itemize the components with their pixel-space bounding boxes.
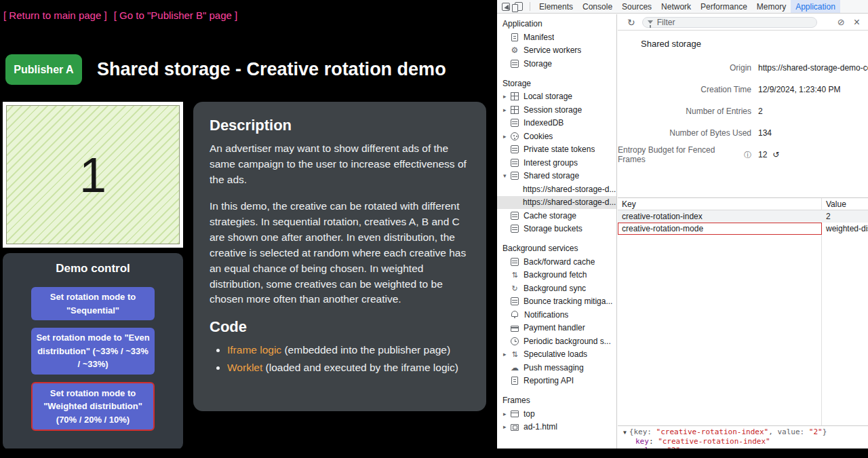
sidebar-item-cache-storage[interactable]: Cache storage: [497, 209, 616, 223]
sidebar-item-bounce-tracking[interactable]: Bounce tracking mitiga...: [497, 295, 616, 309]
main-toolbar: Filter: [618, 14, 868, 31]
tab-network[interactable]: Network: [656, 0, 696, 13]
code-heading: Code: [210, 318, 470, 336]
table-header: Key Value: [618, 198, 868, 210]
meta-row-origin: Origin https://shared-storage-demo-co: [618, 57, 868, 79]
sidebar-item-reporting-api[interactable]: Reporting API: [497, 375, 616, 388]
sidebar-item-shared-storage[interactable]: Shared storage: [497, 170, 616, 183]
database-icon: [511, 159, 519, 167]
bullet-text: (embedded into the publisher page): [281, 344, 450, 356]
close-icon[interactable]: [854, 16, 860, 28]
chevron-right-icon[interactable]: [503, 423, 511, 430]
section-background-services: Background services: [497, 242, 616, 255]
chevron-right-icon[interactable]: [503, 411, 511, 417]
sidebar-item-session-storage[interactable]: Session storage: [497, 103, 616, 117]
devtools-tabs: Elements Console Sources Network Perform…: [534, 0, 840, 13]
worklet-link[interactable]: Worklet: [227, 362, 262, 373]
sidebar-item-service-workers[interactable]: Service workers: [497, 44, 616, 58]
chevron-right-icon[interactable]: [503, 107, 511, 113]
description-heading: Description: [210, 117, 470, 134]
ad-creative-frame: 1: [3, 102, 183, 248]
expand-triangle-icon[interactable]: [623, 428, 627, 437]
document-icon: [511, 33, 518, 41]
column-header-value[interactable]: Value: [821, 199, 868, 209]
set-sequential-button[interactable]: Set rotation mode to "Sequential": [31, 287, 155, 320]
cookie-icon: [511, 132, 519, 140]
sidebar-item-back-forward-cache[interactable]: Back/forward cache: [497, 255, 616, 269]
page-title: Shared storage - Creative rotation demo: [97, 59, 446, 80]
sidebar-item-periodic-background-sync[interactable]: Periodic background s...: [497, 335, 616, 348]
iframe-logic-link[interactable]: Iframe logic: [227, 344, 281, 356]
table-icon: [511, 92, 519, 100]
devtools-tabbar: Elements Console Sources Network Perform…: [497, 0, 868, 14]
gear-icon: [511, 46, 519, 54]
clear-icon[interactable]: [837, 17, 845, 27]
devtools-panel: Elements Console Sources Network Perform…: [497, 0, 868, 449]
bottom-bar: [0, 449, 868, 458]
code-links-list: Iframe logic (embedded into the publishe…: [227, 343, 470, 376]
tab-console[interactable]: Console: [578, 0, 617, 13]
meta-row-entropy: Entropy Budget for Fenced Frames 12: [618, 144, 868, 166]
sidebar-item-notifications[interactable]: Notifications: [497, 308, 616, 322]
database-icon: [511, 145, 519, 153]
sidebar-item-shared-storage-origin-2[interactable]: https://shared-storage-d...: [497, 196, 616, 210]
database-icon: [511, 172, 519, 180]
section-application: Application: [497, 18, 616, 31]
return-main-link[interactable]: [ Return to main page ]: [3, 9, 107, 21]
frame-icon: [511, 411, 519, 417]
sidebar-item-storage-buckets[interactable]: Storage buckets: [497, 223, 616, 236]
section-storage: Storage: [497, 77, 616, 90]
tab-application[interactable]: Application: [791, 0, 840, 13]
demo-control-title: Demo control: [3, 262, 183, 275]
sidebar-item-shared-storage-origin-1[interactable]: https://shared-storage-d...: [497, 183, 616, 196]
publisher-b-link[interactable]: [ Go to "Publisher B" page ]: [114, 9, 237, 21]
tab-sources[interactable]: Sources: [617, 0, 656, 13]
device-toolbar-icon[interactable]: [515, 2, 523, 11]
shared-storage-heading: Shared storage: [641, 39, 868, 49]
sidebar-item-payment-handler[interactable]: Payment handler: [497, 322, 616, 335]
sidebar-item-local-storage[interactable]: Local storage: [497, 90, 616, 104]
sidebar-item-speculative-loads[interactable]: Speculative loads: [497, 348, 616, 362]
sidebar-item-manifest[interactable]: Manifest: [497, 31, 616, 44]
screenshot-root: [ Return to main page ] [ Go to "Publish…: [0, 0, 868, 458]
sidebar-item-background-sync[interactable]: Background sync: [497, 282, 616, 295]
info-icon[interactable]: [744, 150, 751, 160]
description-card: Description An advertiser may want to sh…: [193, 102, 486, 411]
tab-elements[interactable]: Elements: [534, 0, 578, 13]
chevron-right-icon[interactable]: [503, 133, 511, 140]
set-even-distribution-button[interactable]: Set rotation mode to "Even distribution"…: [31, 328, 155, 375]
sidebar-item-frame-ad-1[interactable]: ad-1.html: [497, 421, 616, 434]
section-frames: Frames: [497, 394, 616, 407]
sidebar-item-frame-top[interactable]: top: [497, 407, 616, 421]
devtools-sidebar: Application Manifest Service workers Sto…: [497, 14, 617, 449]
filter-input[interactable]: Filter: [642, 17, 817, 28]
metadata-view: Origin https://shared-storage-demo-co Cr…: [618, 57, 868, 166]
chevron-right-icon[interactable]: [503, 351, 511, 358]
chevron-right-icon[interactable]: [503, 93, 511, 100]
database-icon: [511, 119, 519, 127]
table-row[interactable]: creative-rotation-mode weighted-dist: [618, 223, 868, 235]
meta-row-bytes: Number of Bytes Used 134: [618, 122, 868, 144]
reset-entropy-icon[interactable]: [772, 150, 779, 159]
tab-performance[interactable]: Performance: [696, 0, 752, 13]
tab-memory[interactable]: Memory: [752, 0, 791, 13]
inspect-icon[interactable]: [502, 3, 510, 11]
sidebar-item-cookies[interactable]: Cookies: [497, 130, 616, 143]
sidebar-item-indexeddb[interactable]: IndexedDB: [497, 117, 616, 130]
sidebar-item-interest-groups[interactable]: Interest groups: [497, 156, 616, 170]
database-icon: [511, 258, 519, 266]
sidebar-item-push-messaging[interactable]: Push messaging: [497, 361, 616, 375]
database-icon: [511, 225, 519, 233]
sidebar-item-private-state-tokens[interactable]: Private state tokens: [497, 143, 616, 157]
meta-row-entries: Number of Entries 2: [618, 100, 868, 122]
table-row[interactable]: creative-rotation-index 2: [618, 210, 868, 223]
column-header-key[interactable]: Key: [618, 199, 821, 209]
chevron-down-icon[interactable]: [503, 172, 511, 179]
set-weighted-distribution-button[interactable]: Set rotation mode to "Weighted distribut…: [31, 382, 155, 432]
sidebar-item-storage[interactable]: Storage: [497, 57, 616, 71]
refresh-icon[interactable]: [627, 17, 635, 28]
clock-icon: [511, 337, 519, 345]
sidebar-item-background-fetch[interactable]: Background fetch: [497, 269, 616, 282]
list-item: Iframe logic (embedded into the publishe…: [227, 343, 470, 358]
preview-summary-line: {key: "creative-rotation-index", value: …: [623, 427, 868, 437]
